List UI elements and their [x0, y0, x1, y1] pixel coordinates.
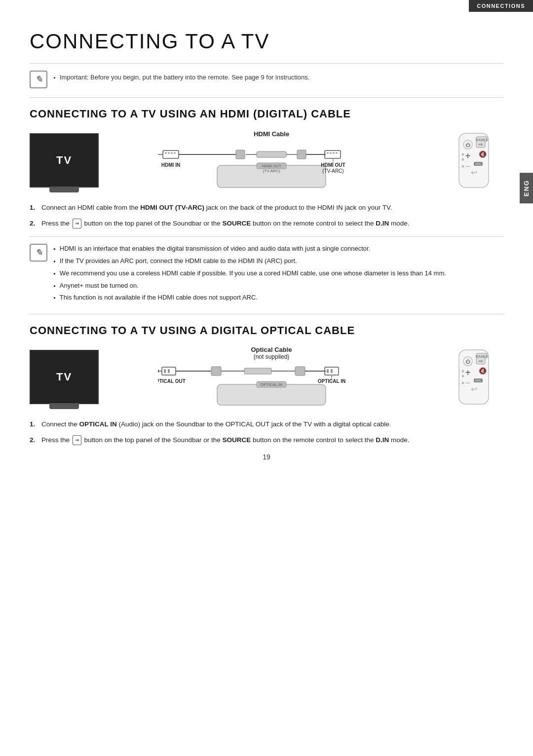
svg-rect-11	[257, 151, 286, 157]
hdmi-connection-svg: HDMI Cable	[158, 128, 385, 192]
svg-rect-56	[295, 367, 305, 376]
hdmi-note-1: HDMI is an interface that enables the di…	[53, 244, 446, 254]
source-icon-hdmi: ⇒	[73, 219, 81, 228]
remote-hdmi: SOURCE ⏻ ⇨ + VOL 🔇 ↩	[444, 131, 503, 190]
svg-text:⇨: ⇨	[479, 142, 483, 147]
svg-text:🔇: 🔇	[479, 150, 487, 158]
svg-text:(TV-ARC): (TV-ARC)	[322, 168, 343, 174]
tv-stand-optical	[49, 403, 79, 409]
svg-text:HDMI OUT: HDMI OUT	[262, 164, 281, 168]
svg-text:−: −	[465, 161, 471, 171]
svg-text:OPTICAL IN: OPTICAL IN	[261, 382, 282, 387]
hdmi-instructions: 1. Connect an HDMI cable from the HDMI O…	[30, 202, 503, 228]
svg-rect-18	[333, 152, 335, 153]
svg-rect-16	[327, 152, 329, 153]
svg-point-40	[462, 165, 464, 168]
svg-text:Optical Cable: Optical Cable	[251, 346, 292, 353]
svg-rect-54	[244, 368, 271, 374]
hdmi-note-4: Anynet+ must be turned on.	[53, 281, 446, 291]
optical-connection-svg-wrapper: Optical Cable (not supplied)	[104, 345, 439, 409]
svg-point-38	[462, 153, 464, 156]
tv-stand-hdmi	[49, 187, 79, 192]
svg-text:HDMI OUT: HDMI OUT	[321, 162, 345, 168]
hdmi-note-5: This function is not available if the HD…	[53, 293, 446, 303]
hdmi-step-1: 1. Connect an HDMI cable from the HDMI O…	[30, 202, 503, 213]
svg-rect-3	[168, 152, 170, 153]
svg-rect-17	[330, 152, 332, 153]
divider-top	[30, 63, 503, 64]
svg-point-77	[462, 370, 464, 373]
hdmi-diagram: TV HDMI Cable	[30, 128, 503, 192]
svg-point-78	[462, 375, 464, 378]
tv-label-hdmi: TV	[56, 154, 72, 167]
intro-note-text: Important: Before you begin, put the bat…	[53, 71, 309, 85]
svg-rect-60	[331, 369, 333, 373]
hdmi-notes-icon: ✎	[30, 244, 47, 262]
hdmi-step1-num: 1.	[30, 202, 38, 213]
svg-rect-52	[211, 367, 221, 376]
svg-text:↩: ↩	[471, 385, 477, 393]
svg-rect-2	[165, 152, 167, 153]
tv-label-optical: TV	[56, 371, 72, 383]
hdmi-notes-box: ✎ HDMI is an interface that enables the …	[30, 244, 503, 305]
source-icon-optical: ⇒	[73, 435, 81, 445]
svg-text:VOL: VOL	[475, 162, 482, 165]
divider-before-optical	[30, 314, 503, 314]
svg-text:−: −	[465, 378, 471, 388]
svg-text:↩: ↩	[471, 168, 477, 177]
note-icon: ✎	[30, 71, 47, 88]
svg-point-39	[462, 158, 464, 161]
hdmi-note-2: If the TV provides an ARC port, connect …	[53, 256, 446, 266]
optical-instructions: 1. Connect the OPTICAL IN (Audio) jack o…	[30, 419, 503, 445]
hdmi-step1-text: Connect an HDMI cable from the HDMI OUT …	[41, 202, 392, 213]
optical-step1-num: 1.	[30, 419, 38, 430]
remote-svg-hdmi: SOURCE ⏻ ⇨ + VOL 🔇 ↩	[449, 131, 498, 190]
svg-rect-59	[327, 369, 329, 373]
svg-text:⏻: ⏻	[465, 359, 470, 364]
hdmi-step2-num: 2.	[30, 218, 38, 229]
svg-text:OPTICAL OUT: OPTICAL OUT	[158, 378, 186, 384]
section-hdmi-heading: CONNECTING TO A TV USING AN HDMI (DIGITA…	[30, 108, 503, 120]
hdmi-note-3: We recommend you use a coreless HDMI cab…	[53, 268, 446, 279]
optical-step1-text: Connect the OPTICAL IN (Audio) jack on t…	[41, 419, 391, 430]
svg-text:⇨: ⇨	[479, 358, 483, 364]
svg-text:HDMI Cable: HDMI Cable	[254, 130, 289, 138]
svg-rect-48	[168, 369, 170, 373]
svg-rect-1	[163, 151, 179, 158]
optical-diagram: TV Optical Cable (not supplied)	[30, 345, 503, 409]
remote-svg-optical: SOURCE ⏻ ⇨ + VOL 🔇 ↩ −	[449, 347, 498, 407]
optical-step2-text: Press the ⇒ button on the top panel of t…	[41, 435, 409, 446]
svg-text:(TV-ARC): (TV-ARC)	[263, 169, 280, 173]
svg-rect-4	[171, 152, 173, 153]
remote-optical: SOURCE ⏻ ⇨ + VOL 🔇 ↩ −	[444, 347, 503, 407]
hdmi-connection-svg-wrapper: HDMI Cable	[104, 128, 439, 192]
svg-rect-47	[164, 369, 166, 373]
divider-hdmi-notes	[30, 236, 503, 237]
section-optical-heading: CONNECTING TO A TV USING A DIGITAL OPTIC…	[30, 324, 503, 337]
hdmi-step-2: 2. Press the ⇒ button on the top panel o…	[30, 218, 503, 229]
optical-connection-svg: Optical Cable (not supplied)	[158, 345, 385, 409]
svg-text:HDMI IN: HDMI IN	[161, 162, 180, 168]
page-title: CONNECTING TO A TV	[30, 30, 503, 53]
hdmi-step2-text: Press the ⇒ button on the top panel of t…	[41, 218, 409, 229]
svg-text:+: +	[465, 151, 471, 161]
svg-text:VOL: VOL	[475, 379, 482, 382]
svg-rect-13	[297, 150, 306, 159]
optical-step2-num: 2.	[30, 435, 38, 446]
svg-rect-15	[325, 151, 341, 158]
intro-note-item: Important: Before you begin, put the bat…	[53, 73, 309, 83]
tv-box-optical: TV	[30, 350, 99, 404]
tv-box-hdmi: TV	[30, 133, 99, 188]
page-number: 19	[30, 453, 503, 461]
svg-rect-9	[236, 150, 245, 159]
svg-marker-50	[158, 370, 159, 373]
optical-step-1: 1. Connect the OPTICAL IN (Audio) jack o…	[30, 419, 503, 430]
svg-rect-19	[336, 152, 338, 153]
svg-text:(not supplied): (not supplied)	[254, 353, 290, 360]
svg-point-79	[462, 382, 464, 384]
svg-text:🔇: 🔇	[479, 367, 487, 375]
svg-text:⏻: ⏻	[465, 142, 470, 148]
svg-text:+: +	[465, 367, 471, 378]
divider-after-note	[30, 97, 503, 98]
svg-rect-5	[174, 152, 176, 153]
